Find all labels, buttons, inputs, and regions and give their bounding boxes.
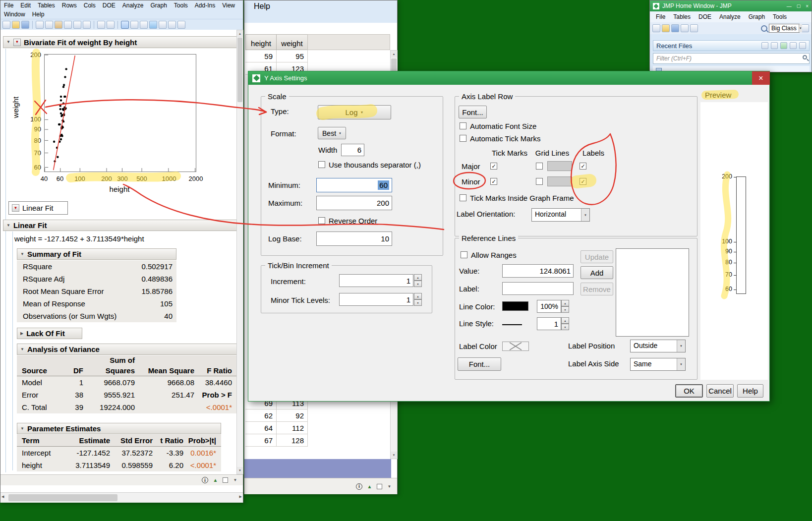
label-color-swatch[interactable] — [502, 342, 529, 351]
ref-font-button[interactable]: Font... — [458, 357, 501, 371]
ref-label-input[interactable] — [502, 282, 574, 295]
line-width-input[interactable]: 1 — [537, 317, 561, 330]
save-icon[interactable] — [21, 21, 29, 29]
width-input[interactable]: 6 — [341, 144, 364, 156]
label-position-select[interactable]: Outside ▼ — [630, 340, 686, 352]
table-row[interactable]: 67128 — [245, 434, 308, 447]
data-table-selector[interactable]: Big Class ▼ — [769, 24, 800, 33]
disclosure-icon[interactable]: ▶ — [20, 332, 23, 336]
y-tick-label[interactable]: 200 — [25, 51, 41, 58]
new-window-icon[interactable] — [761, 42, 768, 49]
arrow-tool-icon[interactable] — [121, 21, 129, 29]
scroll-down-arrow[interactable]: ▼ — [237, 467, 243, 474]
home-menu-tools[interactable]: Tools — [769, 12, 791, 21]
disclosure-icon[interactable]: ▼ — [6, 40, 10, 44]
ok-button[interactable]: OK — [675, 384, 703, 398]
update-button[interactable]: Update — [580, 250, 613, 263]
brush-tool-icon[interactable] — [149, 21, 157, 29]
menu-rows[interactable]: Rows — [58, 1, 80, 10]
linear-fit-popup[interactable]: ▼ Linear Fit — [8, 201, 68, 215]
horizontal-scrollbar[interactable]: ◀ ▶ — [0, 492, 243, 503]
info-icon[interactable]: i — [356, 483, 362, 490]
paste-icon[interactable] — [55, 21, 62, 29]
menu-file[interactable]: File — [0, 1, 17, 10]
table-row[interactable]: 5995 — [245, 50, 308, 62]
major-labels-checkbox[interactable]: ✓ — [580, 163, 586, 170]
menu-addins[interactable]: Add-Ins — [191, 1, 219, 10]
add-button[interactable]: Add — [580, 266, 613, 279]
up-arrow-icon[interactable]: ▲ — [366, 483, 373, 490]
list-view-icon[interactable] — [790, 42, 797, 49]
label-orientation-select[interactable]: Horizontal ▼ — [531, 208, 590, 222]
recent-files-header[interactable]: Recent Files — [653, 40, 810, 51]
open-icon[interactable] — [12, 21, 20, 29]
scroll-left-arrow[interactable]: ◀ — [1, 495, 4, 499]
label-axis-side-select[interactable]: Same ▼ — [630, 358, 686, 371]
line-width-stepper[interactable]: ▲▼ — [561, 317, 569, 330]
y-tick-label[interactable]: 100 — [25, 116, 41, 123]
selection-box-icon[interactable] — [377, 484, 382, 489]
thousands-separator-checkbox[interactable] — [318, 161, 325, 168]
minor-labels-checkbox[interactable]: ✓ — [580, 178, 586, 185]
format-button[interactable]: Best ▼ — [318, 127, 346, 139]
x-tick-label[interactable]: 100 — [69, 175, 91, 182]
x-tick-label[interactable]: 500 — [131, 175, 153, 182]
menu-tools[interactable]: Tools — [171, 1, 191, 10]
menu-cols[interactable]: Cols — [80, 1, 99, 10]
selected-rows-band[interactable] — [244, 459, 391, 478]
allow-ranges-checkbox[interactable] — [461, 251, 467, 258]
disclosure-icon[interactable]: ▼ — [20, 427, 24, 431]
y-tick-label[interactable]: 90 — [25, 125, 41, 133]
x-tick-label[interactable]: 300 — [112, 175, 133, 182]
disclosure-icon[interactable]: ▼ — [20, 252, 24, 256]
filter-funnel-icon[interactable] — [780, 42, 787, 49]
zoom-icon[interactable] — [83, 21, 91, 29]
info-icon[interactable]: i — [202, 477, 208, 483]
scroll-thumb[interactable] — [8, 494, 117, 501]
sort-icon[interactable] — [771, 42, 778, 49]
selection-box-icon[interactable] — [223, 477, 228, 483]
minor-grid-lines-checkbox[interactable] — [536, 178, 543, 185]
minimum-input[interactable]: 60 — [316, 178, 392, 192]
move-tool-icon[interactable] — [130, 21, 138, 29]
magnifier-tool-icon[interactable] — [168, 21, 176, 29]
x-tick-label[interactable]: 2000 — [185, 175, 207, 182]
axis-font-button[interactable]: Font... — [459, 106, 487, 118]
recent-files-filter-input[interactable] — [653, 53, 810, 64]
increment-input[interactable]: 1 — [339, 274, 413, 287]
grid-icon[interactable] — [107, 21, 115, 29]
table-row[interactable]: 6292 — [245, 409, 308, 422]
script-icon[interactable] — [690, 24, 698, 32]
automatic-font-size-checkbox[interactable] — [460, 122, 466, 129]
remove-button[interactable]: Remove — [580, 283, 613, 295]
increment-stepper[interactable]: ▲▼ — [414, 274, 422, 287]
disclosure-icon[interactable]: ▼ — [6, 224, 10, 228]
search-icon[interactable] — [761, 25, 767, 32]
home-menu-graph[interactable]: Graph — [745, 12, 769, 21]
column-header-weight[interactable]: weight — [276, 34, 308, 50]
new-data-table-icon[interactable] — [652, 24, 660, 32]
dialog-close-button[interactable]: × — [752, 71, 770, 85]
menu-doe[interactable]: DOE — [99, 1, 119, 10]
menu-analyze[interactable]: Analyze — [119, 1, 147, 10]
lasso-tool-icon[interactable] — [159, 21, 167, 29]
journal-icon[interactable] — [681, 24, 689, 32]
ticks-inside-frame-checkbox[interactable] — [460, 194, 466, 201]
reverse-order-checkbox[interactable] — [318, 217, 325, 224]
y-axis-title[interactable]: weight — [11, 83, 20, 132]
scroll-down-arrow[interactable]: ▼ — [391, 452, 397, 459]
scroll-up-arrow[interactable]: ▲ — [237, 30, 243, 37]
menu-edit[interactable]: Edit — [17, 1, 34, 10]
vertical-scrollbar[interactable]: ▲ ▼ — [236, 30, 243, 474]
caret-down-icon[interactable]: ▼ — [232, 476, 239, 484]
pin-icon[interactable] — [799, 42, 806, 49]
menu-view[interactable]: View — [219, 1, 238, 10]
automatic-tick-marks-checkbox[interactable] — [460, 135, 466, 142]
maximize-icon[interactable]: ▢ — [797, 3, 801, 9]
y-tick-label[interactable]: 60 — [25, 164, 41, 171]
cancel-button[interactable]: Cancel — [706, 384, 734, 398]
ref-value-input[interactable]: 124.8061 — [502, 264, 574, 278]
scroll-up-arrow[interactable]: ▲ — [391, 51, 397, 58]
crosshair-tool-icon[interactable] — [177, 21, 185, 29]
close-icon[interactable]: × — [806, 3, 809, 9]
